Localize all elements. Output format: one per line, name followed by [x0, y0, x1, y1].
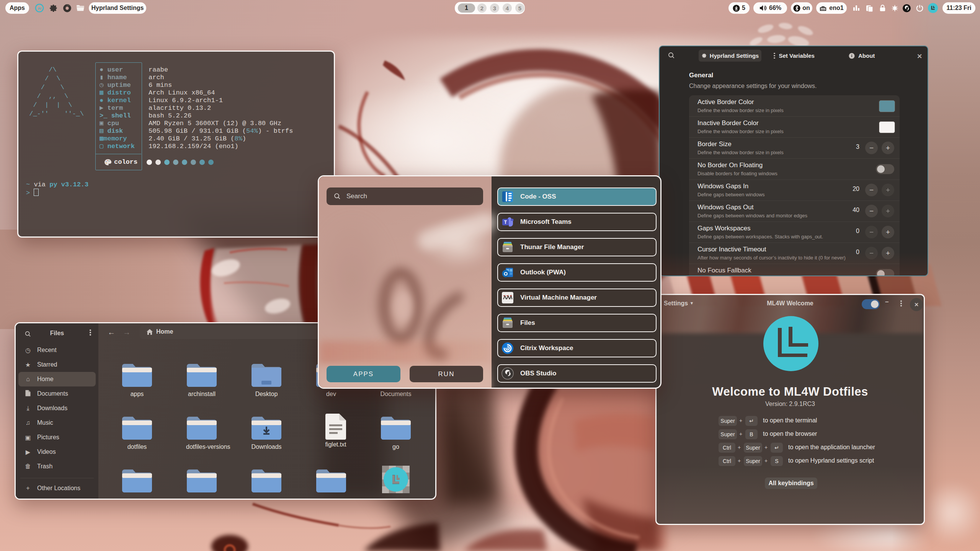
svg-text:O: O: [504, 271, 508, 277]
svg-text:AI: AI: [38, 7, 41, 10]
svg-text:T: T: [504, 220, 507, 225]
